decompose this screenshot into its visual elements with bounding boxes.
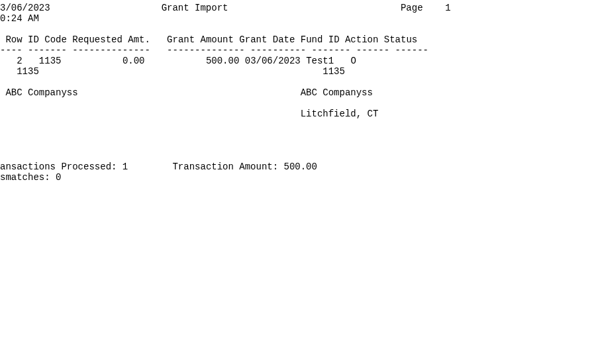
transactions-processed-value: 1 bbox=[123, 161, 128, 172]
detail-secondary-id: 1135 bbox=[17, 66, 39, 77]
report-title: Grant Import bbox=[162, 3, 228, 13]
cell-grant-date: 03/06/2023 bbox=[245, 56, 301, 66]
detail-city-state: Litchfield, CT bbox=[301, 109, 379, 119]
rule-action: ------ bbox=[356, 45, 389, 56]
page-number: 1 bbox=[445, 3, 450, 13]
cell-grant-amount: 500.00 bbox=[206, 56, 239, 66]
cell-requested-amt: 0.00 bbox=[123, 56, 145, 66]
col-grant-amount: Grant Amount bbox=[167, 34, 234, 45]
cell-id-code: 1135 bbox=[39, 56, 62, 66]
report-output: 3/06/2023 Grant Import Page 1 0:24 AM Ro… bbox=[0, 0, 596, 183]
col-fund-id: Fund ID bbox=[301, 34, 340, 45]
transactions-processed-label: ansactions Processed: bbox=[0, 161, 117, 172]
cell-action: O bbox=[350, 56, 356, 66]
col-grant-date: Grant Date bbox=[239, 34, 295, 45]
rule-fund-id: ------- bbox=[312, 45, 351, 56]
report-time: 0:24 AM bbox=[0, 13, 39, 24]
col-requested-amt: Requested Amt. bbox=[72, 34, 150, 45]
col-id-code: ID Code bbox=[28, 34, 67, 45]
cell-row: 2 bbox=[17, 56, 22, 66]
rule-grant-amount: -------------- bbox=[167, 45, 245, 56]
mismatches-label: smatches: bbox=[0, 172, 50, 183]
rule-requested-amt: -------------- bbox=[72, 45, 150, 56]
detail-secondary-code: 1135 bbox=[323, 66, 345, 77]
rule-id-code: ------- bbox=[28, 45, 67, 56]
rule-grant-date: ---------- bbox=[250, 45, 306, 56]
report-date: 3/06/2023 bbox=[0, 3, 50, 13]
cell-fund-id: Test1 bbox=[306, 56, 334, 66]
col-status: Status bbox=[384, 34, 417, 45]
detail-right-name: ABC Companyss bbox=[301, 87, 373, 98]
rule-row: ---- bbox=[0, 45, 23, 56]
detail-left-name: ABC Companyss bbox=[5, 87, 77, 98]
transaction-amount-value: 500.00 bbox=[284, 161, 317, 172]
page-label: Page bbox=[401, 3, 423, 13]
col-row: Row bbox=[5, 34, 22, 45]
rule-status: ------ bbox=[395, 45, 428, 56]
transaction-amount-label: Transaction Amount: bbox=[172, 161, 278, 172]
col-action: Action bbox=[345, 34, 378, 45]
mismatches-value: 0 bbox=[56, 172, 61, 183]
